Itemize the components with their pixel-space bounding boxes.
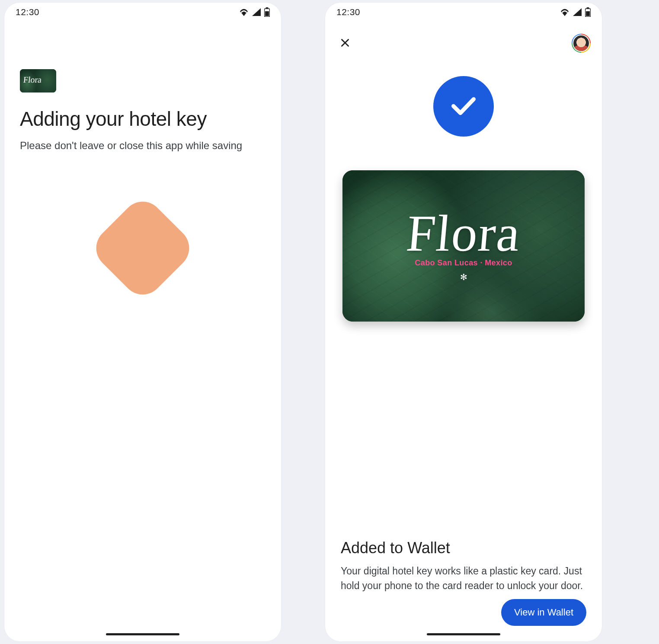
phone-added: 12:30 — [325, 3, 602, 641]
status-icons — [560, 7, 591, 17]
card-brand: Flora — [405, 207, 523, 259]
close-button[interactable] — [336, 35, 354, 52]
account-avatar[interactable] — [572, 34, 591, 53]
nav-handle[interactable] — [106, 633, 179, 635]
brand-mini: Flora — [23, 75, 42, 84]
hotel-key-card[interactable]: Flora Cabo San Lucas · Mexico ✻ — [342, 170, 585, 322]
status-time: 12:30 — [16, 7, 39, 17]
page-title: Adding your hotel key — [20, 107, 266, 131]
status-bar: 12:30 — [325, 3, 602, 22]
avatar-image — [573, 35, 589, 51]
hotel-key-thumbnail: Flora — [20, 69, 56, 92]
nav-handle[interactable] — [427, 633, 500, 635]
view-in-wallet-button[interactable]: View in Wallet — [501, 599, 586, 626]
success-check — [433, 76, 494, 137]
cell-signal-icon — [573, 8, 582, 16]
close-icon — [339, 37, 351, 50]
added-title: Added to Wallet — [341, 539, 586, 557]
svg-rect-5 — [586, 11, 590, 16]
sparkle-icon: ✻ — [460, 272, 467, 282]
status-bar: 12:30 — [4, 3, 281, 22]
added-description: Your digital hotel key works like a plas… — [341, 564, 586, 593]
svg-rect-2 — [265, 11, 269, 16]
page-subtitle: Please don't leave or close this app whi… — [20, 138, 266, 153]
cell-signal-icon — [252, 8, 261, 16]
loading-spinner — [104, 209, 182, 287]
wifi-icon — [239, 8, 249, 16]
status-icons — [239, 7, 270, 17]
phone-adding: 12:30 Flora Adding your hotel key Please… — [4, 3, 281, 641]
battery-icon — [264, 7, 270, 17]
battery-icon — [585, 7, 591, 17]
status-time: 12:30 — [336, 7, 360, 17]
checkmark-icon — [448, 90, 479, 122]
wifi-icon — [560, 8, 569, 16]
